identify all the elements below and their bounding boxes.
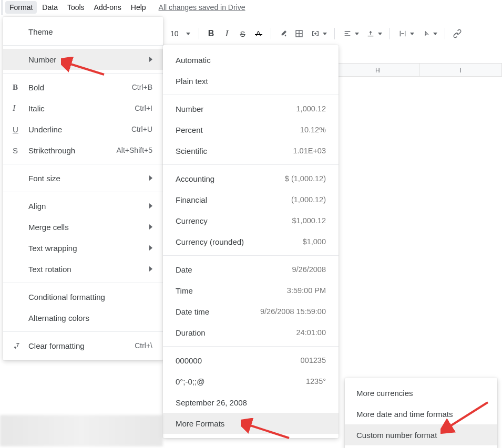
text-wrap-button[interactable] [395,26,416,41]
num-label: Percent [176,126,203,134]
num-sample: 1.01E+03 [293,147,326,155]
menu-item-shortcut: Ctrl+\ [135,341,152,350]
number-item-more-formats[interactable]: More Formats [163,413,339,434]
menu-addons[interactable]: Add-ons [90,1,126,14]
menu-item-label: Strikethrough [28,146,117,155]
column-header[interactable]: I [419,64,503,76]
menu-separator [3,283,163,283]
number-item-scientific[interactable]: Scientific 1.01E+03 [163,140,339,161]
menu-item-alternating-colors[interactable]: Alternating colors [3,307,163,328]
number-item-custom-3[interactable]: September 26, 2008 [163,392,339,413]
menu-item-shortcut: Alt+Shift+5 [117,146,153,154]
saved-status[interactable]: All changes saved in Drive [159,3,245,12]
submenu-arrow-icon [149,224,152,230]
menu-item-text-rotation[interactable]: Text rotation [3,258,163,279]
menu-item-shortcut: Ctrl+I [135,104,152,112]
num-label: Date [176,265,192,274]
menu-separator [163,95,339,95]
number-item-date[interactable]: Date 9/26/2008 [163,259,339,280]
more-formats-custom-number[interactable]: Custom number format [345,424,497,445]
more-formats-currencies[interactable]: More currencies [345,382,497,403]
menu-item-label: More date and time formats [356,410,453,419]
menu-data[interactable]: Data [38,1,62,14]
menu-item-italic[interactable]: I Italic Ctrl+I [3,98,163,119]
menu-item-label: Underline [28,125,131,134]
number-item-financial[interactable]: Financial (1,000.12) [163,189,339,210]
menu-item-label: Text rotation [28,265,145,274]
num-sample: $1,000.12 [292,216,326,225]
number-item-automatic[interactable]: Automatic [163,49,339,70]
italic-icon: I [13,103,28,113]
menu-item-label: Merge cells [28,223,145,232]
menu-item-strikethrough[interactable]: S Strikethrough Alt+Shift+5 [3,140,163,161]
submenu-arrow-icon [149,175,152,181]
column-header[interactable]: H [336,64,419,76]
menu-item-theme[interactable]: Theme [3,21,163,42]
font-size-selector[interactable]: 10 [167,27,193,40]
menu-separator [3,164,163,164]
chevron-down-icon [378,33,382,35]
menu-separator [3,331,163,332]
number-item-time[interactable]: Time 3:59:00 PM [163,280,339,301]
toolbar: 10 B I S A [163,22,468,45]
menu-tools[interactable]: Tools [63,1,89,14]
menu-item-underline[interactable]: U Underline Ctrl+U [3,119,163,140]
number-item-accounting[interactable]: Accounting $ (1,000.12) [163,168,339,189]
number-item-date-time[interactable]: Date time 9/26/2008 15:59:00 [163,301,339,322]
number-item-plain-text[interactable]: Plain text [163,70,339,91]
more-formats-datetime[interactable]: More date and time formats [345,403,497,424]
menu-item-bold[interactable]: B Bold Ctrl+B [3,77,163,98]
num-label: Currency [176,216,208,225]
chevron-down-icon [186,33,190,35]
text-rotation-button[interactable] [418,26,439,41]
menu-item-shortcut: Ctrl+U [131,125,152,133]
num-sample: 1235° [306,377,326,386]
insert-link-button[interactable] [450,26,464,41]
menu-item-label: Font size [28,174,145,183]
menu-item-text-wrapping[interactable]: Text wrapping [3,237,163,258]
num-sample: 9/26/2008 15:59:00 [260,307,326,316]
num-label: September 26, 2008 [176,398,247,407]
menu-separator [3,73,163,74]
num-label: Scientific [176,147,207,155]
number-item-custom-2[interactable]: 0°;-0;;@ 1235° [163,371,339,392]
menu-item-label: Align [28,202,145,211]
num-label: Plain text [176,77,208,86]
menu-item-merge-cells[interactable]: Merge cells [3,216,163,237]
menu-item-number[interactable]: Number [3,49,163,70]
strikethrough-icon: S [13,146,28,155]
italic-button[interactable]: I [220,26,234,41]
strikethrough-button[interactable]: S [236,26,250,41]
menu-item-font-size[interactable]: Font size [3,168,163,189]
chevron-down-icon [433,33,437,35]
menu-item-label: More currencies [356,389,413,398]
menu-separator [163,346,339,347]
text-color-button[interactable]: A [252,26,265,41]
merge-cells-button[interactable] [308,26,329,41]
fill-color-button[interactable] [276,26,290,41]
horizontal-align-button[interactable] [340,26,361,41]
menu-format[interactable]: Format [5,1,37,14]
background-blur [0,415,163,446]
number-item-percent[interactable]: Percent 10.12% [163,119,339,140]
bold-button[interactable]: B [204,26,218,41]
underline-icon: U [13,125,28,134]
menu-item-label: Number [28,55,145,64]
chevron-down-icon [410,33,414,35]
menu-separator [163,164,339,165]
menu-separator [163,255,339,256]
num-sample: $1,000 [303,237,326,246]
vertical-align-button[interactable] [363,26,384,41]
format-menu: Theme Number B Bold Ctrl+B I Italic Ctrl… [3,17,163,360]
menu-item-conditional-formatting[interactable]: Conditional formatting [3,286,163,307]
menu-item-clear-formatting[interactable]: Clear formatting Ctrl+\ [3,335,163,356]
menu-item-align[interactable]: Align [3,195,163,216]
number-item-number[interactable]: Number 1,000.12 [163,98,339,119]
number-item-duration[interactable]: Duration 24:01:00 [163,322,339,343]
number-item-currency-rounded[interactable]: Currency (rounded) $1,000 [163,231,339,252]
num-label: Time [176,286,193,295]
number-item-custom-1[interactable]: 000000 001235 [163,350,339,371]
menu-help[interactable]: Help [127,1,150,14]
number-item-currency[interactable]: Currency $1,000.12 [163,210,339,231]
borders-button[interactable] [292,26,306,41]
